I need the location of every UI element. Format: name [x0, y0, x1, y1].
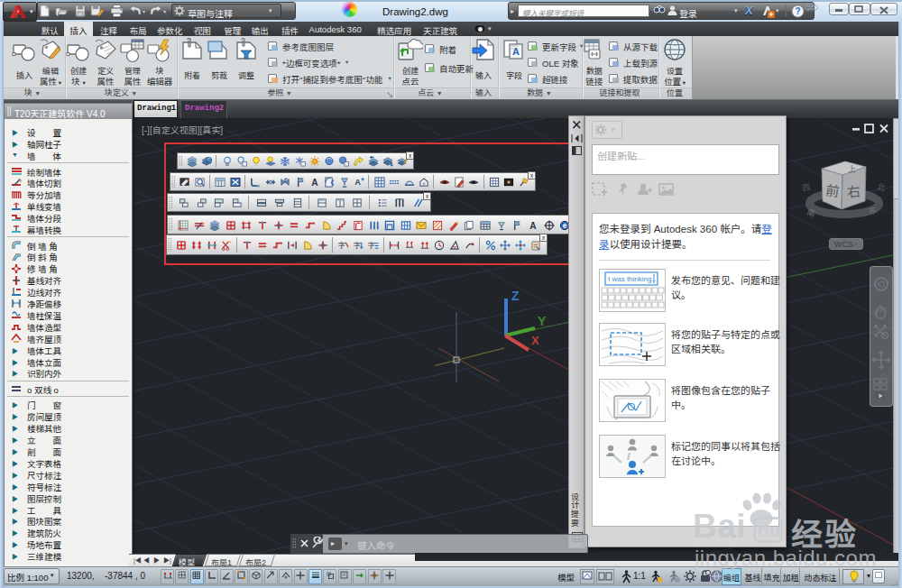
svg-text:西: 西 — [801, 180, 812, 194]
svg-text:字: 字 — [354, 240, 361, 250]
svg-text:e: e — [563, 221, 567, 230]
svg-text:南: 南 — [805, 206, 816, 219]
svg-text:北: 北 — [876, 180, 886, 193]
svg-text:I was thinking...: I was thinking... — [608, 275, 658, 283]
svg-text:前: 前 — [824, 179, 841, 200]
svg-text:A: A — [311, 178, 318, 188]
svg-text:字: 字 — [368, 240, 375, 250]
svg-text:X: X — [531, 334, 539, 347]
svg-text:A: A — [512, 46, 520, 57]
svg-text:右: 右 — [846, 180, 861, 200]
svg-text:字: 字 — [338, 240, 345, 250]
svg-text:?: ? — [795, 6, 800, 16]
svg-text:A: A — [529, 221, 537, 231]
svg-text:Y: Y — [538, 314, 547, 328]
svg-text:Z: Z — [511, 289, 520, 303]
svg-text:A: A — [354, 178, 361, 187]
svg-text:上: 上 — [848, 163, 856, 175]
